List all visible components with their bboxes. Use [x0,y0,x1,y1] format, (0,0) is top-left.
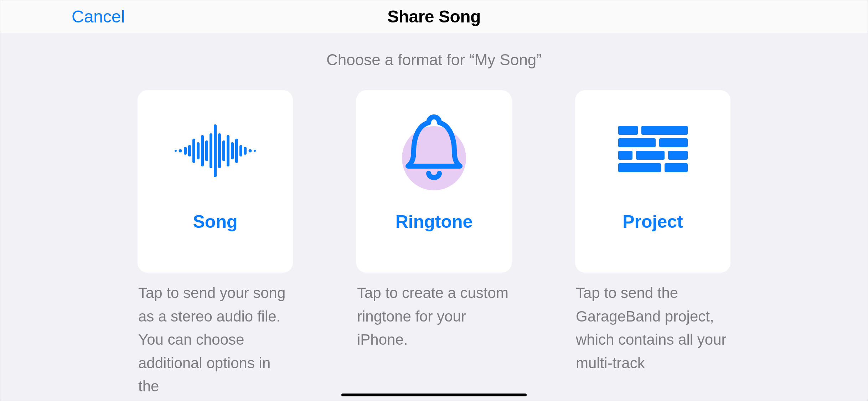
tracks-icon [610,108,696,194]
svg-point-18 [254,150,256,152]
svg-point-15 [179,149,182,153]
waveform-icon [172,108,258,194]
ringtone-card[interactable]: Ringtone [356,90,512,273]
song-card[interactable]: Song [138,90,293,273]
song-card-title: Song [193,211,238,232]
option-project: Project Tap to send the GarageBand proje… [575,90,730,398]
project-description: Tap to send the GarageBand project, whic… [575,281,730,375]
cancel-button[interactable]: Cancel [72,7,125,26]
svg-rect-26 [668,151,688,160]
svg-point-17 [249,149,252,153]
svg-rect-21 [641,126,688,135]
svg-rect-22 [618,138,656,147]
svg-rect-24 [618,151,632,160]
subtitle-label: Choose a format for “My Song” [326,51,542,69]
project-card-title: Project [622,211,683,232]
navbar-title: Share Song [387,7,481,26]
navbar: Cancel Share Song [0,0,868,33]
share-song-sheet: Cancel Share Song Choose a format for “M… [0,0,868,401]
format-options-row: Song Tap to send your song as a stereo a… [138,90,730,398]
option-ringtone: Ringtone Tap to create a custom ringtone… [356,90,512,398]
svg-rect-28 [665,163,688,172]
ringtone-description: Tap to create a custom ringtone for your… [356,281,512,351]
svg-rect-20 [618,126,638,135]
option-song: Song Tap to send your song as a stereo a… [138,90,293,398]
bell-icon [391,108,477,194]
ringtone-card-title: Ringtone [396,211,473,232]
song-description: Tap to send your song as a stereo audio … [138,281,293,398]
svg-rect-27 [618,163,661,172]
svg-rect-25 [636,151,665,160]
svg-point-16 [175,150,177,152]
content-area: Choose a format for “My Song” [0,33,868,398]
home-indicator[interactable] [341,394,527,396]
svg-rect-23 [659,138,688,147]
project-card[interactable]: Project [575,90,730,273]
